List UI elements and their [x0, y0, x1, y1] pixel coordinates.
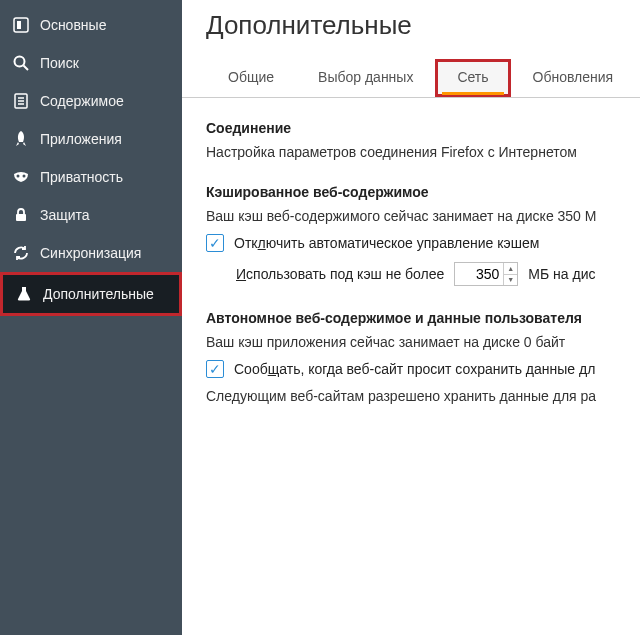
mask-icon: [12, 168, 30, 186]
tab-data-choices[interactable]: Выбор данных: [296, 59, 435, 97]
disable-auto-cache-row: ✓ Отключить автоматическое управление кэ…: [206, 234, 640, 252]
sidebar-item-general[interactable]: Основные: [0, 6, 182, 44]
section-title: Автономное веб-содержимое и данные польз…: [206, 310, 640, 326]
sidebar-item-label: Защита: [40, 207, 90, 223]
offline-allowed-text: Следующим веб-сайтам разрешено хранить д…: [206, 388, 640, 404]
svg-rect-1: [17, 21, 21, 29]
svg-point-9: [23, 175, 26, 178]
cache-limit-unit: МБ на дис: [528, 266, 595, 282]
cache-limit-row: Использовать под кэш не более ▲ ▼ МБ на …: [236, 262, 640, 286]
sync-icon: [12, 244, 30, 262]
sidebar-item-label: Приложения: [40, 131, 122, 147]
tab-network[interactable]: Сеть: [435, 59, 510, 97]
spinner-up[interactable]: ▲: [504, 263, 517, 275]
tabs: Общие Выбор данных Сеть Обновления: [182, 59, 640, 98]
offline-usage-text: Ваш кэш приложения сейчас занимает на ди…: [206, 334, 640, 350]
switch-icon: [12, 16, 30, 34]
cache-limit-input-wrap: ▲ ▼: [454, 262, 518, 286]
notify-offline-checkbox[interactable]: ✓: [206, 360, 224, 378]
section-cache: Кэшированное веб-содержимое Ваш кэш веб-…: [206, 184, 640, 286]
sidebar-item-sync[interactable]: Синхронизация: [0, 234, 182, 272]
section-offline: Автономное веб-содержимое и данные польз…: [206, 310, 640, 404]
tab-updates[interactable]: Обновления: [511, 59, 636, 97]
search-icon: [12, 54, 30, 72]
section-title: Кэшированное веб-содержимое: [206, 184, 640, 200]
sidebar-item-label: Содержимое: [40, 93, 124, 109]
svg-point-2: [15, 57, 25, 67]
section-connection: Соединение Настройка параметров соединен…: [206, 120, 640, 160]
sidebar: Основные Поиск Содержимое Приложения При…: [0, 0, 182, 635]
sidebar-item-label: Синхронизация: [40, 245, 141, 261]
svg-line-3: [24, 66, 29, 71]
sidebar-item-content[interactable]: Содержимое: [0, 82, 182, 120]
spinner-down[interactable]: ▼: [504, 275, 517, 286]
notify-offline-row: ✓ Сообщать, когда веб-сайт просит сохран…: [206, 360, 640, 378]
sidebar-item-security[interactable]: Защита: [0, 196, 182, 234]
sidebar-item-label: Поиск: [40, 55, 79, 71]
lock-icon: [12, 206, 30, 224]
cache-limit-label: Использовать под кэш не более: [236, 266, 444, 282]
sidebar-item-search[interactable]: Поиск: [0, 44, 182, 82]
disable-auto-cache-label: Отключить автоматическое управление кэше…: [234, 235, 539, 251]
cache-limit-spinner: ▲ ▼: [503, 263, 517, 285]
tab-general[interactable]: Общие: [206, 59, 296, 97]
sidebar-item-label: Приватность: [40, 169, 123, 185]
disable-auto-cache-checkbox[interactable]: ✓: [206, 234, 224, 252]
rocket-icon: [12, 130, 30, 148]
sidebar-item-label: Основные: [40, 17, 106, 33]
page-title: Дополнительные: [182, 4, 640, 59]
sidebar-item-applications[interactable]: Приложения: [0, 120, 182, 158]
document-icon: [12, 92, 30, 110]
content: Соединение Настройка параметров соединен…: [182, 98, 640, 404]
svg-rect-10: [16, 214, 26, 221]
section-text: Настройка параметров соединения Firefox …: [206, 144, 640, 160]
section-title: Соединение: [206, 120, 640, 136]
sidebar-item-advanced[interactable]: Дополнительные: [0, 272, 182, 316]
main-panel: Дополнительные Общие Выбор данных Сеть О…: [182, 0, 640, 635]
cache-usage-text: Ваш кэш веб-содержимого сейчас занимает …: [206, 208, 640, 224]
svg-point-8: [17, 175, 20, 178]
sidebar-item-privacy[interactable]: Приватность: [0, 158, 182, 196]
notify-offline-label: Сообщать, когда веб-сайт просит сохранит…: [234, 361, 595, 377]
sidebar-item-label: Дополнительные: [43, 286, 154, 302]
flask-icon: [15, 285, 33, 303]
